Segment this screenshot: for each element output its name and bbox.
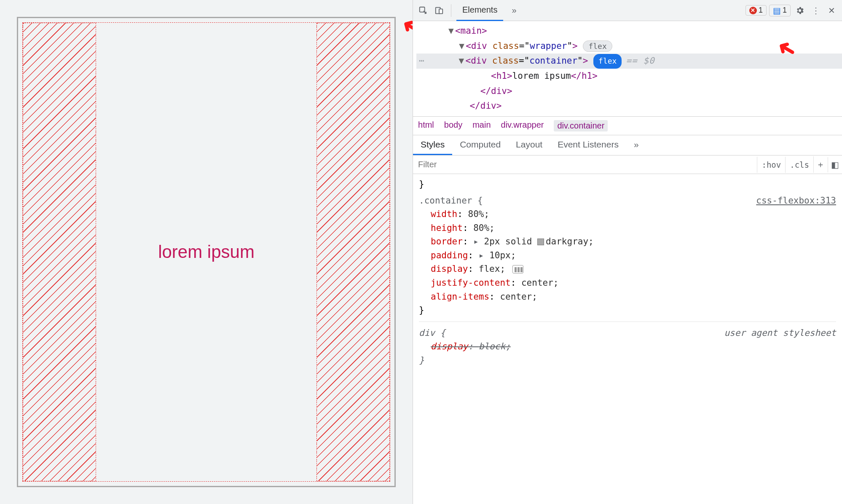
val-padding[interactable]: 10px; [489,250,516,260]
prop-width[interactable]: width [431,209,457,219]
message-badge[interactable]: ▤1 [769,5,791,16]
crumb-html[interactable]: html [418,120,434,131]
subtab-layout[interactable]: Layout [508,135,550,155]
new-rule-icon[interactable]: ＋ [813,156,828,173]
dom-node-main[interactable]: ▼<main> [416,24,842,39]
styles-filter-row: :hov .cls ＋ ◧ [413,155,842,174]
kebab-menu-icon[interactable]: ⋮ [809,4,823,17]
flex-overlay-border [22,22,390,482]
val-border-size[interactable]: 2px solid [484,236,532,247]
tab-more[interactable]: » [506,0,522,20]
container-box: lorem ipsum [17,17,396,487]
val-height[interactable]: 80%; [473,223,495,233]
toolbar-divider [451,4,451,17]
prop-display[interactable]: display [431,264,468,274]
crumb-wrapper[interactable]: div.wrapper [501,120,544,131]
prop-height[interactable]: height [431,223,463,233]
rendered-page-preview: lorem ipsum ➜ [0,0,413,504]
crumb-main[interactable]: main [472,120,491,131]
val-width[interactable]: 80%; [468,209,490,219]
prop-border[interactable]: border [431,236,463,247]
val-align-items[interactable]: center; [500,292,537,302]
val-display[interactable]: flex; [479,264,505,274]
dom-tree[interactable]: ▼<main> ▼<div class="wrapper"> flex ⋯ ▼<… [413,21,842,116]
rule-selector[interactable]: .container { [419,194,483,208]
rule-source-link[interactable]: css-flexbox:313 [756,194,836,208]
prop-align-items[interactable]: align-items [431,292,489,302]
hov-toggle[interactable]: :hov [757,157,785,173]
error-badge[interactable]: ✕1 [745,5,767,16]
subtab-styles[interactable]: Styles [413,135,452,155]
css-rules-pane[interactable]: } .container { css-flexbox:313 width: 80… [413,174,842,378]
console-reference: == $0 [626,54,654,69]
rule-container[interactable]: .container { css-flexbox:313 width: 80%;… [419,191,836,322]
devtools-toolbar: Elements » ✕1 ▤1 ⋮ ✕ [413,0,842,21]
ua-close: } [419,355,424,365]
dom-node-close1[interactable]: </div> [416,84,842,99]
subtab-computed[interactable]: Computed [452,135,508,155]
ua-prop-display: display [431,341,468,351]
ua-selector: div { [419,326,445,340]
flex-overlay-gutter-right [316,23,390,481]
flex-badge-container[interactable]: flex [593,54,622,69]
ua-label: user agent stylesheet [724,326,836,340]
styles-filter-input[interactable] [413,155,757,174]
styles-subtabs: Styles Computed Layout Event Listeners » [413,135,842,155]
svg-rect-2 [439,9,442,13]
inspect-element-icon[interactable] [416,4,430,17]
prop-justify-content[interactable]: justify-content [431,278,511,288]
prop-padding[interactable]: padding [431,250,468,260]
dom-node-h1[interactable]: <h1>lorem ipsum</h1> [416,69,842,84]
tab-elements[interactable]: Elements [456,0,503,21]
crumb-body[interactable]: body [444,120,462,131]
flex-overlay-gutter-left [23,23,96,481]
dom-node-close2[interactable]: </div> [416,99,842,114]
cls-toggle[interactable]: .cls [785,157,813,173]
ellipsis-icon[interactable]: ⋯ [416,54,427,69]
color-swatch-darkgray[interactable] [537,239,544,245]
subtab-more[interactable]: » [626,135,646,155]
rule-fragment-close: } [419,177,836,191]
device-toggle-icon[interactable] [432,4,446,17]
val-border-color[interactable]: darkgray; [546,236,594,247]
close-icon[interactable]: ✕ [825,4,839,17]
rule-close: } [419,305,424,315]
flex-badge-wrapper[interactable]: flex [583,40,612,52]
crumb-container[interactable]: div.container [554,120,608,131]
rule-ua-div[interactable]: div { user agent stylesheet display: blo… [419,324,836,372]
ua-val-display: block; [479,341,511,351]
settings-icon[interactable] [793,4,807,17]
val-justify-content[interactable]: center; [521,278,559,288]
message-count: 1 [783,6,787,15]
flex-editor-icon[interactable] [512,265,523,273]
dom-breadcrumb: html body main div.wrapper div.container [413,116,842,135]
error-count: 1 [759,6,763,15]
subtab-events[interactable]: Event Listeners [550,135,626,155]
devtools-panel: ➜ Elements » ✕1 ▤1 ⋮ ✕ ▼<main> ▼<div cla… [413,0,842,504]
toggle-sidebar-icon[interactable]: ◧ [828,157,842,172]
